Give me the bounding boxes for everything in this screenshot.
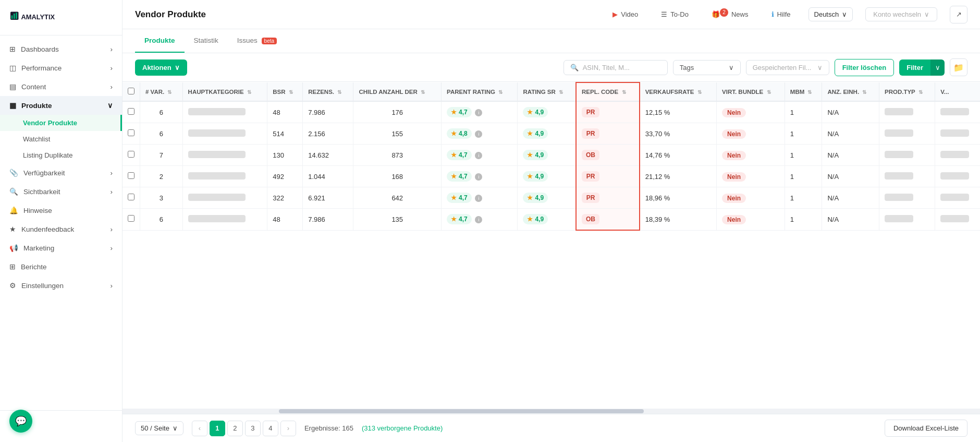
sidebar-item-marketing[interactable]: 📢 Marketing › — [0, 238, 122, 257]
sidebar-item-dashboards[interactable]: ⊞ Dashboards › — [0, 40, 122, 58]
select-all-checkbox[interactable] — [128, 88, 134, 94]
horizontal-scrollbar[interactable] — [123, 409, 980, 414]
col-checkbox[interactable] — [123, 82, 140, 101]
row-checkbox-cell[interactable] — [123, 209, 140, 231]
page-1-button[interactable]: 1 — [210, 421, 225, 436]
row-checkbox-cell[interactable] — [123, 123, 140, 145]
row-checkbox[interactable] — [128, 108, 134, 115]
language-selector[interactable]: Deutsch ∨ — [808, 7, 853, 21]
sidebar-item-produkte[interactable]: ▦ Produkte ∨ — [0, 96, 122, 115]
tab-statistik[interactable]: Statistik — [185, 29, 228, 53]
prev-page-button[interactable]: ‹ — [192, 421, 207, 436]
sidebar-subitem-vendor-produkte[interactable]: Vendor Produkte — [0, 115, 122, 131]
user-account-selector[interactable]: Konto wechseln ∨ — [865, 7, 937, 21]
row-checkbox-cell[interactable] — [123, 145, 140, 166]
col-rezens[interactable]: REZENS. ⇅ — [303, 82, 353, 101]
col-prod-typ[interactable]: PROD.TYP ⇅ — [879, 82, 935, 101]
row-var: 6 — [140, 123, 183, 145]
sort-icon: ⇅ — [559, 89, 563, 95]
download-excel-button[interactable]: Download Excel-Liste — [885, 420, 967, 437]
settings-icon-button[interactable]: ↗ — [950, 6, 967, 23]
next-page-button[interactable]: › — [280, 421, 296, 436]
info-icon[interactable]: i — [475, 216, 482, 223]
tab-produkte[interactable]: Produkte — [135, 29, 185, 53]
info-icon[interactable]: i — [475, 109, 482, 116]
col-parent-rating[interactable]: PARENT RATING ⇅ — [442, 82, 518, 101]
info-icon[interactable]: i — [475, 130, 482, 138]
row-checkbox-cell[interactable] — [123, 187, 140, 209]
hilfe-nav-item[interactable]: ℹ Hilfe — [766, 7, 796, 21]
row-prod-typ — [879, 145, 935, 166]
info-icon[interactable]: i — [475, 173, 482, 181]
todo-nav-item[interactable]: ☰ To-Do — [656, 7, 694, 21]
sidebar-item-einstellungen[interactable]: ⚙ Einstellungen › — [0, 276, 122, 295]
row-checkbox[interactable] — [128, 129, 134, 136]
sidebar-subitem-listing-duplikate[interactable]: Listing Duplikate — [0, 147, 122, 163]
col-mbm[interactable]: MBM ⇅ — [785, 82, 822, 101]
col-bsr[interactable]: BSR ⇅ — [267, 82, 303, 101]
row-var: 3 — [140, 187, 183, 209]
col-child-anzahl[interactable]: CHILD ANZAHL DER ⇅ — [353, 82, 442, 101]
sidebar-item-verfuegbarkeit[interactable]: 📎 Verfügbarkeit › — [0, 163, 122, 182]
col-hauptkategorie[interactable]: HAUPTKATEGORIE ⇅ — [182, 82, 267, 101]
info-icon[interactable]: i — [475, 195, 482, 202]
chevron-icon: › — [111, 225, 113, 233]
row-verkaufsrate: 18,39 % — [640, 209, 717, 231]
chevron-down-icon: ∨ — [817, 64, 823, 71]
page-4-button[interactable]: 4 — [263, 421, 278, 436]
page-3-button[interactable]: 3 — [245, 421, 261, 436]
sidebar-item-berichte[interactable]: ⊞ Berichte — [0, 257, 122, 276]
col-anz-einh[interactable]: ANZ. EINH. ⇅ — [822, 82, 879, 101]
video-nav-item[interactable]: ▶ Video — [607, 7, 643, 21]
parent-rating-badge: ★ 4,7 — [447, 214, 472, 224]
row-checkbox-cell[interactable] — [123, 166, 140, 187]
sidebar-label-produkte: Produkte — [21, 102, 52, 110]
news-nav-item[interactable]: 🎁 2 News — [706, 7, 754, 21]
sidebar-subitem-watchlist[interactable]: Watchlist — [0, 131, 122, 147]
sidebar-item-content[interactable]: ▤ Content › — [0, 77, 122, 96]
chat-button[interactable]: 💬 — [9, 410, 32, 433]
row-prod-typ — [879, 123, 935, 145]
row-v — [935, 209, 980, 231]
row-child-anzahl: 135 — [353, 209, 442, 231]
filter-arrow-button[interactable]: ∨ — [930, 59, 945, 76]
sidebar-item-performance[interactable]: ◫ Performance › — [0, 58, 122, 77]
chevron-icon: › — [111, 45, 113, 53]
hidden-products-text[interactable]: (313 verborgene Produkte) — [362, 424, 443, 432]
per-page-selector[interactable]: 50 / Seite ∨ — [135, 421, 183, 435]
row-rezens: 2.156 — [303, 123, 353, 145]
row-checkbox[interactable] — [128, 172, 134, 179]
sidebar-item-sichtbarkeit[interactable]: 🔍 Sichtbarkeit › — [0, 182, 122, 201]
filter-button[interactable]: Filter — [899, 59, 930, 76]
row-checkbox[interactable] — [128, 215, 134, 222]
col-repl-code[interactable]: REPL. CODE ⇅ — [576, 82, 640, 101]
sidebar-label-kundenfeedback: Kundenfeedback — [21, 225, 74, 233]
col-var[interactable]: # VAR. ⇅ — [140, 82, 183, 101]
filter-clear-button[interactable]: Filter löschen — [835, 59, 895, 76]
col-virt-bundle[interactable]: VIRT. BUNDLE ⇅ — [717, 82, 785, 101]
info-icon[interactable]: i — [475, 152, 482, 159]
tab-issues[interactable]: Issues beta — [228, 29, 286, 53]
row-hauptkategorie — [182, 187, 267, 209]
scrollbar-thumb[interactable] — [279, 409, 644, 413]
tags-filter[interactable]: Tags ∨ — [673, 60, 741, 75]
saved-filter[interactable]: Gespeicherten Fil... ∨ — [746, 60, 829, 75]
search-box[interactable]: 🔍 ASIN, Titel, M... — [564, 60, 668, 75]
sidebar-item-kundenfeedback[interactable]: ★ Kundenfeedback › — [0, 220, 122, 238]
row-parent-rating: ★ 4,7 i — [442, 166, 518, 187]
rating-sr-badge: ★ 4,9 — [523, 193, 548, 203]
col-verkaufsrate[interactable]: VERKAUFSRATE ⇅ — [640, 82, 717, 101]
row-checkbox-cell[interactable] — [123, 101, 140, 123]
folder-button[interactable]: 📁 — [950, 58, 967, 76]
page-2-button[interactable]: 2 — [227, 421, 243, 436]
row-checkbox[interactable] — [128, 194, 134, 200]
sidebar-label-verfuegbarkeit: Verfügbarkeit — [23, 169, 65, 177]
row-rezens: 7.986 — [303, 101, 353, 123]
aktionen-button[interactable]: Aktionen ∨ — [135, 59, 187, 76]
hilfe-icon: ℹ — [771, 10, 774, 18]
row-checkbox[interactable] — [128, 151, 134, 158]
col-rating-sr[interactable]: RATING SR ⇅ — [518, 82, 576, 101]
sidebar-label-dashboards: Dashboards — [21, 45, 59, 53]
col-v[interactable]: V... — [935, 82, 980, 101]
sidebar-item-hinweise[interactable]: 🔔 Hinweise — [0, 201, 122, 220]
